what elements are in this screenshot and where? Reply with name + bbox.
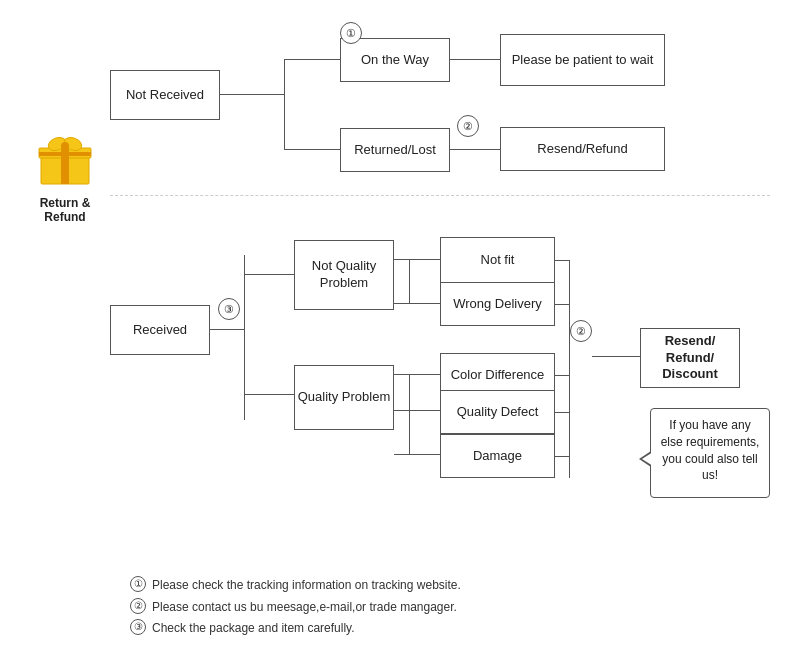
not-received-box: Not Received [110, 70, 220, 120]
svg-point-6 [61, 142, 69, 150]
note-circle-3: ③ [130, 619, 146, 635]
circle-1: ① [340, 22, 362, 44]
wrong-delivery-box: Wrong Delivery [440, 282, 555, 326]
resend-refund-discount-box: Resend/ Refund/ Discount [640, 328, 740, 388]
circle-2b: ② [570, 320, 592, 342]
circle-3: ③ [218, 298, 240, 320]
svg-rect-3 [39, 152, 91, 156]
note-item-2: ② Please contact us bu meesage,e-mail,or… [130, 597, 461, 619]
returned-lost-box: Returned/Lost [340, 128, 450, 172]
page-container: Return & Refund Not Received On the Way … [0, 0, 800, 660]
note-item-3: ③ Check the package and item carefully. [130, 618, 461, 640]
icon-label: Return & Refund [20, 196, 110, 224]
notes-section: ① Please check the tracking information … [130, 575, 461, 640]
not-quality-box: Not Quality Problem [294, 240, 394, 310]
icon-area: Return & Refund [20, 130, 110, 224]
note-item-1: ① Please check the tracking information … [130, 575, 461, 597]
note-circle-2: ② [130, 598, 146, 614]
quality-defect-box: Quality Defect [440, 390, 555, 434]
gift-icon [35, 130, 95, 190]
flowchart: Not Received On the Way ① Please be pati… [110, 20, 780, 600]
resend-refund-box: Resend/Refund [500, 127, 665, 171]
note-circle-1: ① [130, 576, 146, 592]
speech-bubble: If you have any else requirements, you c… [650, 408, 770, 498]
please-wait-box: Please be patient to wait [500, 34, 665, 86]
damage-box: Damage [440, 434, 555, 478]
not-fit-box: Not fit [440, 237, 555, 283]
on-the-way-box: On the Way [340, 38, 450, 82]
quality-problem-box: Quality Problem [294, 365, 394, 430]
circle-2a: ② [457, 115, 479, 137]
received-box: Received [110, 305, 210, 355]
